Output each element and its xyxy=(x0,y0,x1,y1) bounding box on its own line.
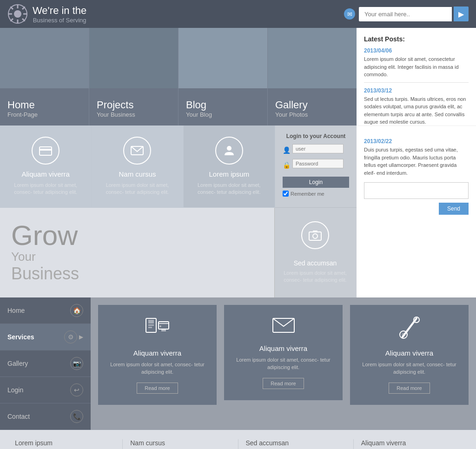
lock-icon: 🔒 xyxy=(283,161,291,169)
svg-point-24 xyxy=(159,325,161,327)
nav-tile-home-text: Home Front-Page xyxy=(7,99,81,118)
email-submit-button[interactable]: ▶ xyxy=(454,7,469,21)
service-card-3-title: Aliquam viverra xyxy=(357,349,461,357)
nav-tile-gallery-title: Gallery xyxy=(275,99,349,111)
service-card-1-btn[interactable]: Read more xyxy=(137,383,178,394)
widget-1-icon xyxy=(32,137,60,165)
envelope-icon xyxy=(130,144,144,158)
svg-rect-16 xyxy=(313,231,317,232)
header-left: We're in the Business of Serving xyxy=(7,4,86,24)
nav-tile-projects-text: Projects Your Business xyxy=(97,99,171,118)
nav-tile-projects-sub: Your Business xyxy=(97,111,171,118)
user-icon: 👤 xyxy=(283,146,291,154)
svg-rect-21 xyxy=(159,322,169,329)
post-3-text: Duis purus turpis, egestas sed uma vitae… xyxy=(364,146,469,177)
post-1-date: 2013/04/06 xyxy=(364,47,469,54)
remember-me: Remember me xyxy=(283,191,349,197)
service-card-3-btn[interactable]: Read more xyxy=(389,383,430,394)
service-card-3: Aliquam viverra Lorem ipsum dolor sit am… xyxy=(350,305,469,405)
svg-rect-20 xyxy=(148,327,152,328)
nav-tile-gallery-sub: Your Photos xyxy=(275,111,349,118)
grow-widget: Sed accumsan Lorem ipsum dolor sit amet,… xyxy=(274,208,356,297)
post-2-date: 2013/03/12 xyxy=(364,87,469,94)
send-button[interactable]: Send xyxy=(439,203,469,215)
service-card-2-text: Lorem ipsum dolor sit amet, consec- tetu… xyxy=(231,356,335,371)
grow-line3: Business xyxy=(11,264,263,284)
login-button[interactable]: Login xyxy=(283,177,349,188)
post-1-text: Lorem ipsum dolor sit amet, consectetur … xyxy=(364,55,469,79)
service-card-2: Aliquam viverra Lorem ipsum dolor sit am… xyxy=(224,305,343,400)
widget-2-text: Lorem ipsum dolor sit amet, consec- tetu… xyxy=(99,182,175,196)
header-title: We're in the Business of Serving xyxy=(33,5,86,24)
nav-item-services[interactable]: Services ⚙ ▶ xyxy=(0,324,91,350)
svg-line-8 xyxy=(22,7,25,10)
middle-section: Aliquam viverra Lorem ipsum dolor sit am… xyxy=(0,125,476,297)
login-title: Login to your Account xyxy=(283,133,349,139)
right-sidebar: Latest Posts: 2013/04/06 Lorem ipsum dol… xyxy=(357,28,476,125)
nav-tile-home[interactable]: Home Front-Page xyxy=(0,28,89,125)
service-card-3-text: Lorem ipsum dolor sit amet, consec- tetu… xyxy=(357,361,461,376)
nav-home-label: Home xyxy=(7,307,25,314)
nav-tile-projects[interactable]: Projects Your Business xyxy=(89,28,178,125)
camera-icon-circle xyxy=(301,221,329,249)
service-card-2-title: Aliquam viverra xyxy=(231,344,335,352)
svg-point-1 xyxy=(14,10,21,18)
comment-input[interactable] xyxy=(364,182,469,199)
widget-1-text: Lorem ipsum dolor sit amet, consec- tetu… xyxy=(7,182,84,196)
nav-item-gallery[interactable]: Gallery 📷 xyxy=(0,350,91,377)
remember-checkbox[interactable] xyxy=(283,191,289,197)
nav-tile-projects-image xyxy=(89,28,178,88)
username-input[interactable] xyxy=(292,144,344,153)
svg-rect-11 xyxy=(40,149,52,151)
nav-tile-home-image xyxy=(0,28,89,88)
service-card-1-icon xyxy=(106,316,209,343)
widget-2-icon xyxy=(123,137,151,165)
svg-rect-19 xyxy=(148,324,154,326)
footer-col-3: Sed accumsan Lorem ipsum dolor sit amet,… xyxy=(238,439,354,449)
grow-line2: Your xyxy=(11,250,263,264)
nav-tile-gallery[interactable]: Gallery Your Photos xyxy=(268,28,357,125)
service-card-2-btn[interactable]: Read more xyxy=(263,378,304,389)
svg-rect-23 xyxy=(161,329,166,331)
svg-rect-10 xyxy=(40,147,52,155)
nav-tile-blog[interactable]: Blog Your Blog xyxy=(178,28,268,125)
post-2: 2013/03/12 Sed ut lectus turpis. Mauris … xyxy=(364,87,469,126)
svg-rect-14 xyxy=(309,232,321,240)
widget-1-title: Aliquam viverra xyxy=(21,170,69,178)
footer-col-2-title: Nam cursus xyxy=(130,439,230,447)
nav-services-label: Services xyxy=(7,333,34,341)
nav-tile-blog-sub: Your Blog xyxy=(186,111,260,118)
footer-col-4-title: Aliquam viverra xyxy=(361,439,461,447)
service-card-1-text: Lorem ipsum dolor sit amet, consec- tetu… xyxy=(106,361,209,376)
svg-rect-18 xyxy=(148,320,154,324)
grow-widget-title: Sed accumsan xyxy=(294,259,337,267)
nav-section: Home Front-Page Projects Your Business B… xyxy=(0,28,476,125)
password-field: 🔒 xyxy=(283,159,349,171)
email-signup: ✉ ▶ xyxy=(344,7,469,21)
post-3-date: 2013/02/22 xyxy=(364,138,469,145)
nav-tile-home-sub: Front-Page xyxy=(7,111,81,118)
email-input[interactable] xyxy=(359,7,452,21)
nav-item-login[interactable]: Login ↩ xyxy=(0,377,91,403)
nav-item-contact[interactable]: Contact 📞 xyxy=(0,403,91,430)
nav-item-home[interactable]: Home 🏠 xyxy=(0,297,91,324)
credit-card-icon xyxy=(39,144,53,158)
service-card-1: Aliquam viverra Lorem ipsum dolor sit am… xyxy=(98,305,217,405)
nav-services-right: ⚙ ▶ xyxy=(64,330,83,343)
widget-3-icon xyxy=(215,137,243,165)
widget-2: Nam cursus Lorem ipsum dolor sit amet, c… xyxy=(92,125,183,208)
svg-line-9 xyxy=(11,19,13,21)
nav-login-icon: ↩ xyxy=(70,383,83,396)
nav-home-icon: 🏠 xyxy=(70,304,83,317)
password-input[interactable] xyxy=(292,159,344,168)
nav-services-arrow: ▶ xyxy=(79,334,83,340)
remember-label: Remember me xyxy=(291,191,324,197)
service-card-1-title: Aliquam viverra xyxy=(106,349,209,357)
widget-3: Lorem ipsum Lorem ipsum dolor sit amet, … xyxy=(184,125,275,208)
grow-widget-text: Lorem ipsum dolor sit amet, consec- tetu… xyxy=(282,270,348,284)
login-box: Login to your Account 👤 🔒 Login Remember… xyxy=(275,125,357,208)
widget-3-text: Lorem ipsum dolor sit amet, consec- tetu… xyxy=(191,182,267,196)
footer-col-4: Aliquam viverra Lorem ipsum dolor sit am… xyxy=(354,439,469,449)
svg-line-7 xyxy=(22,19,25,21)
footer-col-2: Nam cursus Lorem ipsum dolor sit amet, c… xyxy=(123,439,238,449)
